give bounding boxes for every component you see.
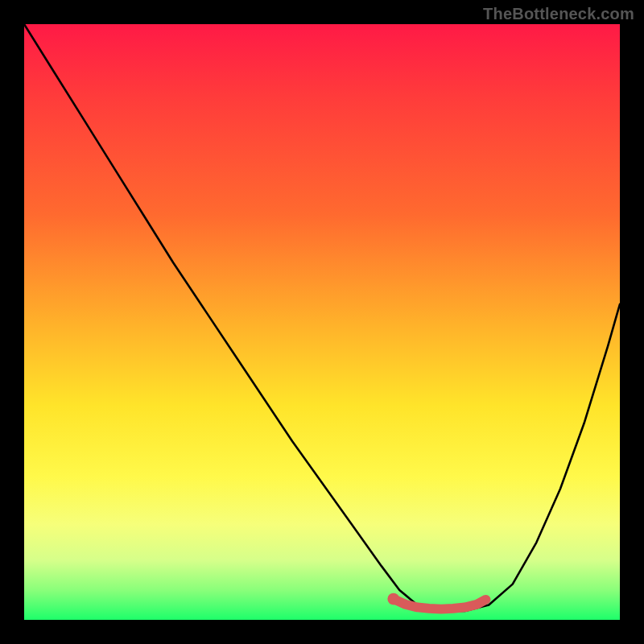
optimal-marker [394, 599, 486, 609]
chart-svg [24, 24, 620, 620]
watermark-label: TheBottleneck.com [483, 5, 634, 23]
optimal-marker-dot [387, 593, 399, 605]
chart-container: TheBottleneck.com [0, 0, 644, 644]
bottleneck-curve [24, 24, 620, 611]
plot-area [24, 24, 620, 620]
